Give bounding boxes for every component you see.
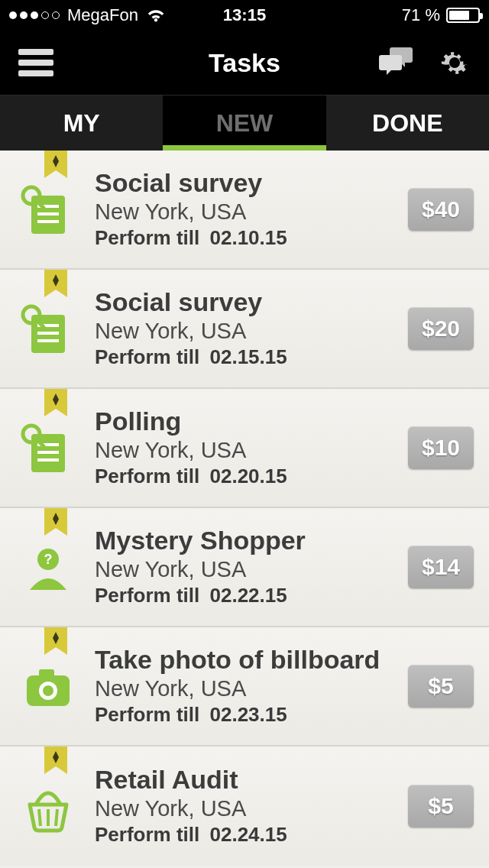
task-row[interactable]: Social survey New York, USA Perform till… [0,270,489,389]
task-location: New York, USA [95,676,400,701]
task-due: Perform till 02.24.15 [95,823,400,847]
task-row[interactable]: Take photo of billboard New York, USA Pe… [0,627,489,747]
status-bar: MegaFon 13:15 71 % [0,0,489,31]
tab-my[interactable]: MY [0,96,163,151]
task-row[interactable]: Mystery Shopper New York, USA Perform ti… [0,508,489,627]
tab-label: NEW [216,109,274,138]
task-type-icon [21,182,76,237]
gear-icon[interactable] [439,47,471,79]
due-date: 02.15.15 [209,345,287,368]
due-label: Perform till [95,345,199,368]
task-list[interactable]: Social survey New York, USA Perform till… [0,151,489,868]
price-label: $5 [428,673,453,699]
task-title: Social survey [95,169,400,197]
signal-strength-icon [9,11,60,19]
clock-label: 13:15 [223,5,266,25]
svg-rect-1 [18,60,53,66]
due-label: Perform till [95,823,199,846]
task-body: Social survey New York, USA Perform till… [86,288,400,368]
task-icon-area [11,164,86,254]
task-due: Perform till 02.15.15 [95,345,400,369]
nav-bar: Tasks [0,31,489,96]
due-date: 02.23.15 [209,703,287,726]
battery-icon [446,8,480,23]
task-type-icon [21,659,76,714]
tab-label: DONE [372,109,442,138]
task-title: Social survey [95,288,400,316]
task-title: Take photo of billboard [95,646,400,674]
bookmark-icon [44,389,67,423]
wifi-icon [146,8,166,23]
task-icon-area [11,403,86,493]
due-label: Perform till [95,465,199,487]
task-due: Perform till 02.23.15 [95,703,400,727]
bookmark-icon [44,508,67,542]
task-title: Polling [95,407,400,436]
svg-rect-0 [18,49,53,55]
task-icon-area [11,760,86,852]
task-body: Social survey New York, USA Perform till… [86,169,400,249]
price-badge[interactable]: $5 [408,785,474,828]
price-label: $14 [422,554,460,580]
svg-rect-4 [379,55,402,70]
svg-rect-2 [18,70,53,76]
due-date: 02.20.15 [209,465,287,487]
bookmark-icon [44,747,67,780]
task-due: Perform till 02.10.15 [95,226,400,250]
price-label: $10 [422,435,460,461]
task-type-icon [21,779,76,834]
menu-icon[interactable] [18,49,53,76]
due-date: 02.24.15 [209,823,287,846]
bookmark-icon [44,151,67,184]
task-type-icon [21,539,76,594]
carrier-label: MegaFon [67,5,138,25]
battery-percent-label: 71 % [402,5,440,25]
task-location: New York, USA [95,796,400,821]
due-label: Perform till [95,584,199,607]
price-label: $40 [422,196,460,222]
task-icon-area [11,283,86,374]
bookmark-icon [44,627,67,661]
due-label: Perform till [95,226,199,249]
task-row[interactable]: Social survey New York, USA Perform till… [0,151,489,270]
task-type-icon [21,301,76,356]
task-body: Take photo of billboard New York, USA Pe… [86,646,400,726]
task-due: Perform till 02.20.15 [95,465,400,488]
price-badge[interactable]: $5 [408,665,474,708]
page-title: Tasks [209,48,280,78]
task-title: Mystery Shopper [95,526,400,555]
task-icon-area [11,522,86,612]
tab-new[interactable]: NEW [163,96,325,151]
task-row[interactable]: Polling New York, USA Perform till 02.20… [0,389,489,508]
due-date: 02.10.15 [209,226,287,249]
tabs: MY NEW DONE [0,96,489,151]
tab-done[interactable]: DONE [326,96,489,151]
price-badge[interactable]: $14 [408,546,474,588]
task-location: New York, USA [95,438,400,463]
due-date: 02.22.15 [209,584,287,607]
bookmark-icon [44,270,67,303]
chat-icon[interactable] [377,47,416,78]
tab-label: MY [63,109,100,138]
task-location: New York, USA [95,557,400,582]
due-label: Perform till [95,703,199,726]
task-row[interactable]: Retail Audit New York, USA Perform till … [0,747,489,866]
task-title: Retail Audit [95,766,400,794]
task-body: Retail Audit New York, USA Perform till … [86,766,400,846]
task-location: New York, USA [95,199,400,225]
task-due: Perform till 02.22.15 [95,584,400,607]
price-badge[interactable]: $20 [408,307,474,350]
price-label: $20 [422,316,460,342]
task-icon-area [11,641,86,731]
task-type-icon [21,420,76,475]
task-location: New York, USA [95,319,400,344]
price-badge[interactable]: $40 [408,188,474,231]
price-label: $5 [428,793,453,819]
price-badge[interactable]: $10 [408,426,474,469]
task-body: Polling New York, USA Perform till 02.20… [86,407,400,487]
task-body: Mystery Shopper New York, USA Perform ti… [86,526,400,607]
